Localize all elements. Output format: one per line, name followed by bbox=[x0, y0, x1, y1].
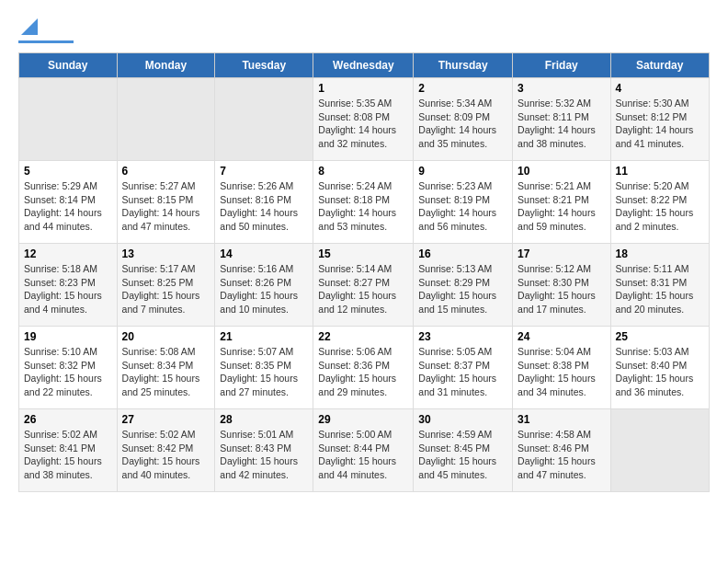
calendar-week-row: 5Sunrise: 5:29 AM Sunset: 8:14 PM Daylig… bbox=[19, 161, 710, 244]
calendar-cell: 16Sunrise: 5:13 AM Sunset: 8:29 PM Dayli… bbox=[414, 244, 513, 327]
weekday-header-monday: Monday bbox=[117, 53, 215, 78]
calendar-cell: 25Sunrise: 5:03 AM Sunset: 8:40 PM Dayli… bbox=[610, 327, 709, 409]
calendar-cell bbox=[610, 409, 709, 492]
day-info: Sunrise: 4:58 AM Sunset: 8:46 PM Dayligh… bbox=[518, 428, 606, 482]
calendar-cell: 20Sunrise: 5:08 AM Sunset: 8:34 PM Dayli… bbox=[117, 327, 215, 409]
day-number: 26 bbox=[24, 413, 112, 426]
logo-underline bbox=[18, 40, 74, 43]
day-number: 1 bbox=[318, 82, 408, 95]
day-number: 30 bbox=[418, 413, 507, 426]
day-number: 20 bbox=[122, 330, 210, 343]
day-number: 29 bbox=[318, 413, 408, 426]
calendar-cell: 10Sunrise: 5:21 AM Sunset: 8:21 PM Dayli… bbox=[513, 161, 611, 244]
day-number: 17 bbox=[518, 247, 606, 260]
calendar-cell: 31Sunrise: 4:58 AM Sunset: 8:46 PM Dayli… bbox=[513, 409, 611, 492]
day-number: 7 bbox=[220, 165, 308, 178]
calendar-week-row: 26Sunrise: 5:02 AM Sunset: 8:41 PM Dayli… bbox=[19, 409, 710, 492]
calendar-cell: 22Sunrise: 5:06 AM Sunset: 8:36 PM Dayli… bbox=[313, 327, 414, 409]
calendar-cell: 1Sunrise: 5:35 AM Sunset: 8:08 PM Daylig… bbox=[313, 78, 414, 161]
day-number: 14 bbox=[220, 247, 308, 260]
calendar-cell: 30Sunrise: 4:59 AM Sunset: 8:45 PM Dayli… bbox=[414, 409, 513, 492]
weekday-header-friday: Friday bbox=[513, 53, 611, 78]
day-info: Sunrise: 5:04 AM Sunset: 8:38 PM Dayligh… bbox=[518, 345, 606, 399]
day-info: Sunrise: 5:07 AM Sunset: 8:35 PM Dayligh… bbox=[220, 345, 308, 399]
day-info: Sunrise: 5:12 AM Sunset: 8:30 PM Dayligh… bbox=[518, 262, 606, 316]
calendar-week-row: 1Sunrise: 5:35 AM Sunset: 8:08 PM Daylig… bbox=[19, 78, 710, 161]
day-info: Sunrise: 5:24 AM Sunset: 8:18 PM Dayligh… bbox=[318, 179, 408, 234]
day-info: Sunrise: 5:05 AM Sunset: 8:37 PM Dayligh… bbox=[418, 345, 507, 399]
calendar-cell: 28Sunrise: 5:01 AM Sunset: 8:43 PM Dayli… bbox=[215, 409, 313, 492]
day-number: 28 bbox=[220, 413, 308, 426]
day-number: 15 bbox=[318, 247, 408, 260]
calendar-cell: 19Sunrise: 5:10 AM Sunset: 8:32 PM Dayli… bbox=[19, 327, 118, 409]
day-info: Sunrise: 5:20 AM Sunset: 8:22 PM Dayligh… bbox=[616, 179, 704, 234]
weekday-header-wednesday: Wednesday bbox=[313, 53, 414, 78]
calendar-header: SundayMondayTuesdayWednesdayThursdayFrid… bbox=[19, 53, 710, 78]
calendar-week-row: 12Sunrise: 5:18 AM Sunset: 8:23 PM Dayli… bbox=[19, 244, 710, 327]
day-info: Sunrise: 5:30 AM Sunset: 8:12 PM Dayligh… bbox=[616, 97, 704, 151]
day-info: Sunrise: 5:23 AM Sunset: 8:19 PM Dayligh… bbox=[418, 179, 507, 234]
day-info: Sunrise: 5:03 AM Sunset: 8:40 PM Dayligh… bbox=[616, 345, 704, 399]
calendar-cell: 24Sunrise: 5:04 AM Sunset: 8:38 PM Dayli… bbox=[513, 327, 611, 409]
day-info: Sunrise: 5:14 AM Sunset: 8:27 PM Dayligh… bbox=[318, 262, 408, 316]
calendar-week-row: 19Sunrise: 5:10 AM Sunset: 8:32 PM Dayli… bbox=[19, 327, 710, 409]
day-info: Sunrise: 4:59 AM Sunset: 8:45 PM Dayligh… bbox=[418, 428, 507, 482]
day-number: 11 bbox=[616, 165, 704, 178]
calendar-cell: 6Sunrise: 5:27 AM Sunset: 8:15 PM Daylig… bbox=[117, 161, 215, 244]
calendar-cell bbox=[215, 78, 313, 161]
calendar-cell: 27Sunrise: 5:02 AM Sunset: 8:42 PM Dayli… bbox=[117, 409, 215, 492]
day-number: 31 bbox=[518, 413, 606, 426]
logo-icon bbox=[21, 18, 38, 35]
day-number: 12 bbox=[24, 247, 112, 260]
calendar-cell: 17Sunrise: 5:12 AM Sunset: 8:30 PM Dayli… bbox=[513, 244, 611, 327]
day-info: Sunrise: 5:16 AM Sunset: 8:26 PM Dayligh… bbox=[220, 262, 308, 316]
day-number: 10 bbox=[518, 165, 606, 178]
day-info: Sunrise: 5:29 AM Sunset: 8:14 PM Dayligh… bbox=[24, 179, 112, 234]
calendar-cell: 5Sunrise: 5:29 AM Sunset: 8:14 PM Daylig… bbox=[19, 161, 118, 244]
calendar-cell: 9Sunrise: 5:23 AM Sunset: 8:19 PM Daylig… bbox=[414, 161, 513, 244]
calendar-cell bbox=[117, 78, 215, 161]
day-number: 27 bbox=[122, 413, 210, 426]
day-number: 6 bbox=[122, 165, 210, 178]
day-number: 24 bbox=[518, 330, 606, 343]
calendar-table: SundayMondayTuesdayWednesdayThursdayFrid… bbox=[18, 52, 710, 492]
day-info: Sunrise: 5:35 AM Sunset: 8:08 PM Dayligh… bbox=[318, 97, 408, 151]
day-info: Sunrise: 5:06 AM Sunset: 8:36 PM Dayligh… bbox=[318, 345, 408, 399]
calendar-cell: 8Sunrise: 5:24 AM Sunset: 8:18 PM Daylig… bbox=[313, 161, 414, 244]
calendar-cell: 18Sunrise: 5:11 AM Sunset: 8:31 PM Dayli… bbox=[610, 244, 709, 327]
weekday-header-thursday: Thursday bbox=[414, 53, 513, 78]
calendar-body: 1Sunrise: 5:35 AM Sunset: 8:08 PM Daylig… bbox=[19, 78, 710, 492]
page-header bbox=[18, 18, 710, 43]
day-info: Sunrise: 5:13 AM Sunset: 8:29 PM Dayligh… bbox=[418, 262, 507, 316]
calendar-cell: 11Sunrise: 5:20 AM Sunset: 8:22 PM Dayli… bbox=[610, 161, 709, 244]
calendar-cell: 12Sunrise: 5:18 AM Sunset: 8:23 PM Dayli… bbox=[19, 244, 118, 327]
day-number: 22 bbox=[318, 330, 408, 343]
day-number: 18 bbox=[616, 247, 704, 260]
calendar-cell: 13Sunrise: 5:17 AM Sunset: 8:25 PM Dayli… bbox=[117, 244, 215, 327]
svg-marker-0 bbox=[21, 18, 38, 35]
calendar-cell: 29Sunrise: 5:00 AM Sunset: 8:44 PM Dayli… bbox=[313, 409, 414, 492]
day-number: 16 bbox=[418, 247, 507, 260]
calendar-cell: 15Sunrise: 5:14 AM Sunset: 8:27 PM Dayli… bbox=[313, 244, 414, 327]
day-info: Sunrise: 5:18 AM Sunset: 8:23 PM Dayligh… bbox=[24, 262, 112, 316]
calendar-cell: 4Sunrise: 5:30 AM Sunset: 8:12 PM Daylig… bbox=[610, 78, 709, 161]
day-number: 3 bbox=[518, 82, 606, 95]
day-info: Sunrise: 5:21 AM Sunset: 8:21 PM Dayligh… bbox=[518, 179, 606, 234]
weekday-header-saturday: Saturday bbox=[610, 53, 709, 78]
calendar-cell: 3Sunrise: 5:32 AM Sunset: 8:11 PM Daylig… bbox=[513, 78, 611, 161]
day-number: 4 bbox=[616, 82, 704, 95]
day-info: Sunrise: 5:26 AM Sunset: 8:16 PM Dayligh… bbox=[220, 179, 308, 234]
logo bbox=[18, 18, 74, 43]
day-info: Sunrise: 5:00 AM Sunset: 8:44 PM Dayligh… bbox=[318, 428, 408, 482]
calendar-cell: 14Sunrise: 5:16 AM Sunset: 8:26 PM Dayli… bbox=[215, 244, 313, 327]
day-info: Sunrise: 5:02 AM Sunset: 8:41 PM Dayligh… bbox=[24, 428, 112, 482]
weekday-header-tuesday: Tuesday bbox=[215, 53, 313, 78]
calendar-cell: 2Sunrise: 5:34 AM Sunset: 8:09 PM Daylig… bbox=[414, 78, 513, 161]
day-info: Sunrise: 5:17 AM Sunset: 8:25 PM Dayligh… bbox=[122, 262, 210, 316]
calendar-cell: 26Sunrise: 5:02 AM Sunset: 8:41 PM Dayli… bbox=[19, 409, 118, 492]
day-number: 5 bbox=[24, 165, 112, 178]
day-info: Sunrise: 5:08 AM Sunset: 8:34 PM Dayligh… bbox=[122, 345, 210, 399]
calendar-cell bbox=[19, 78, 118, 161]
day-info: Sunrise: 5:11 AM Sunset: 8:31 PM Dayligh… bbox=[616, 262, 704, 316]
day-info: Sunrise: 5:27 AM Sunset: 8:15 PM Dayligh… bbox=[122, 179, 210, 234]
